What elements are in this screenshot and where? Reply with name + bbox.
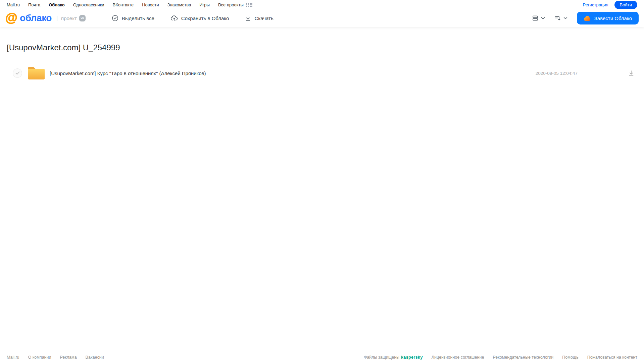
portal-link-vkontakte[interactable]: ВКонтакте [113,2,134,7]
protected-label: Файлы защищены [364,355,399,360]
kaspersky-protected: Файлы защищены kaspersky [364,355,423,360]
logo-separator: | [56,15,58,21]
toolbar: Выделить все Сохранить в Облако Скачать [112,15,274,21]
all-projects-label: Все проекты [218,2,244,7]
header-right-controls: Завести Облако [532,12,639,24]
page-title: [UsupovMarket.com] U_254999 [7,43,637,52]
row-download-icon[interactable] [628,70,635,76]
footer-link-report[interactable]: Пожаловаться на контент [587,355,637,360]
footer-link-about[interactable]: О компании [28,355,51,360]
view-mode-button[interactable] [532,15,545,21]
portal-link-oblako[interactable]: Облако [49,2,65,7]
sort-lines-icon [554,15,561,21]
download-button[interactable]: Скачать [245,15,273,21]
file-date: 2020-08-05 12:04:47 [536,71,578,76]
file-name-link[interactable]: [UsupovMarket.com] Курс "Таро в отношени… [50,70,206,76]
kaspersky-logo: kaspersky [401,355,423,360]
select-all-label: Выделить все [122,15,154,21]
sort-button[interactable] [554,15,567,21]
logo-text: облако [20,13,52,23]
register-link[interactable]: Регистрация [583,2,608,7]
portal-link-mailru[interactable]: Mail.ru [7,2,20,7]
footer-link-recommendations[interactable]: Рекомендательные технологии [493,355,553,360]
portal-link-novosti[interactable]: Новости [142,2,159,7]
project-label: проект [61,15,77,21]
save-to-cloud-button[interactable]: Сохранить в Облако [170,15,229,21]
save-to-cloud-label: Сохранить в Облако [181,15,229,21]
all-projects[interactable]: Все проекты [218,2,252,7]
chevron-down-icon [563,17,567,19]
download-arrow-icon [245,15,251,21]
circle-check-icon [112,15,118,21]
folder-icon[interactable] [27,66,45,80]
file-row: [UsupovMarket.com] Курс "Таро в отношени… [7,64,637,83]
footer-link-help[interactable]: Помощь [562,355,578,360]
portal-link-znakomstva[interactable]: Знакомства [167,2,191,7]
list-view-icon [532,15,539,21]
row-checkbox[interactable] [13,68,22,78]
footer-link-ads[interactable]: Реклама [60,355,77,360]
cloud-upload-icon [170,15,178,21]
portal-link-pochta[interactable]: Почта [28,2,40,7]
login-button[interactable]: Войти [614,1,637,9]
footer-link-mailru[interactable]: Mail.ru [7,355,19,360]
get-cloud-button[interactable]: Завести Облако [577,12,639,24]
main-content: [UsupovMarket.com] U_254999 [UsupovMarke… [0,27,644,352]
chevron-down-icon [541,17,545,19]
portal-nav: Mail.ru Почта Облако Одноклассники ВКонт… [0,0,644,9]
portal-link-igry[interactable]: Игры [199,2,210,7]
mailru-at-icon: @ [5,11,17,24]
cloud-logo[interactable]: @ облако | проект vk [5,12,86,24]
footer-link-jobs[interactable]: Вакансии [86,355,104,360]
header: @ облако | проект vk Выделить все Сохран… [0,9,644,27]
vk-badge-icon: vk [79,15,86,21]
footer-link-license[interactable]: Лицензионное соглашение [432,355,484,360]
get-cloud-button-label: Завести Облако [594,15,632,21]
select-all-button[interactable]: Выделить все [112,15,154,21]
portal-link-odnoklassniki[interactable]: Одноклассники [73,2,104,7]
orange-cloud-icon [584,15,591,21]
apps-grid-icon [246,3,252,7]
footer: Mail.ru О компании Реклама Вакансии Файл… [0,352,644,362]
download-label: Скачать [254,15,273,21]
